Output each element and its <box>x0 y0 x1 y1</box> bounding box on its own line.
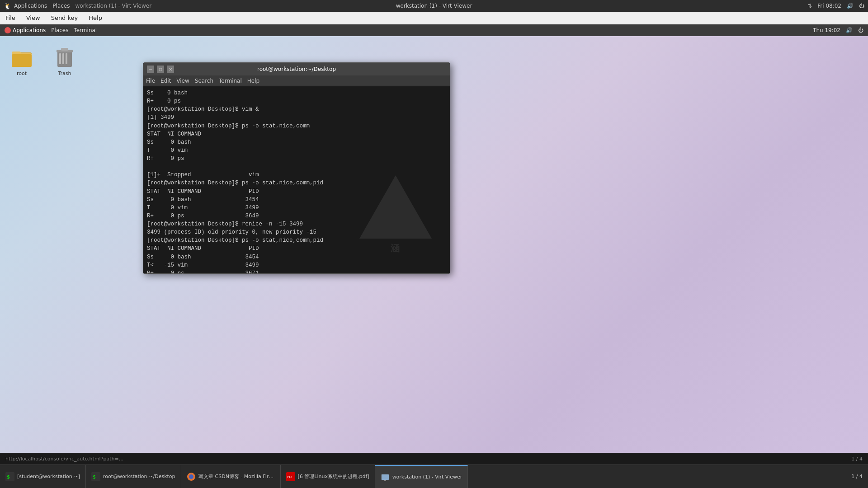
guest-topbar: Applications Places Terminal Thu 19:02 🔊… <box>0 24 868 36</box>
taskbar-item-label-5: workstation (1) - Virt Viewer <box>392 474 462 480</box>
guest-places-menu[interactable]: Places <box>51 27 68 33</box>
terminal-titlebar: ─ □ ✕ root@workstation:~/Desktop <box>143 63 450 75</box>
host-applications-menu[interactable]: Applications <box>14 3 47 9</box>
taskbar-item-virt-viewer[interactable]: workstation (1) - Virt Viewer <box>375 465 468 488</box>
taskbar-item-pdf[interactable]: PDF [6 管理Linux系统中的进程.pdf] <box>281 465 375 488</box>
taskbar-firefox-icon <box>187 472 196 481</box>
guest-topbar-right: Thu 19:02 🔊 ⏻ <box>813 27 863 33</box>
virt-view-menu[interactable]: View <box>24 14 42 22</box>
guest-power-icon: ⏻ <box>858 27 863 33</box>
terminal-maximize-button[interactable]: □ <box>157 66 164 73</box>
desktop-icon-trash[interactable]: Trash <box>52 45 77 78</box>
guest-applications-label[interactable]: Applications <box>13 27 46 33</box>
guest-sound-icon: 🔊 <box>846 27 853 33</box>
terminal-menubar: File Edit View Search Terminal Help <box>143 75 450 86</box>
svg-text:$: $ <box>7 474 10 480</box>
terminal-view-menu[interactable]: View <box>176 78 189 84</box>
terminal-search-menu[interactable]: Search <box>195 78 213 84</box>
svg-rect-19 <box>382 474 389 480</box>
taskbar-virt-icon <box>381 473 390 482</box>
guest-clock: Thu 19:02 <box>813 27 840 33</box>
trash-icon <box>54 47 75 69</box>
taskbar: $ [student@workstation:~] $ root@worksta… <box>0 465 868 488</box>
root-icon-label: root <box>17 70 27 76</box>
taskbar-page-indicator: 1 / 4 <box>851 474 863 479</box>
terminal-title-text: root@workstation:~/Desktop <box>257 66 336 72</box>
guest-terminal-menu[interactable]: Terminal <box>74 27 97 33</box>
taskbar-item-root-terminal[interactable]: $ root@workstation:~/Desktop <box>86 465 181 488</box>
guest-topbar-left: Applications Places Terminal <box>5 27 97 33</box>
host-datetime: Fri 08:02 <box>817 3 841 9</box>
svg-point-15 <box>189 474 193 479</box>
host-title-center: workstation (1) - Virt Viewer <box>396 3 472 9</box>
virt-statusbar-page: 1 / 4 <box>851 456 863 462</box>
taskbar-item-student-terminal[interactable]: $ [student@workstation:~] <box>0 465 86 488</box>
virt-sendkey-menu[interactable]: Send key <box>49 14 80 22</box>
virt-statusbar-url: http://localhost/console/vnc_auto.html?p… <box>5 456 123 462</box>
taskbar-terminal-icon-1: $ <box>5 472 14 481</box>
svg-rect-9 <box>61 48 68 51</box>
taskbar-pdf-icon: PDF <box>286 472 295 481</box>
terminal-body[interactable]: 涵 Ss 0 bash R+ 0 ps [root@workstation De… <box>143 86 450 273</box>
svg-rect-3 <box>12 54 32 67</box>
terminal-minimize-button[interactable]: ─ <box>147 66 154 73</box>
terminal-close-button[interactable]: ✕ <box>167 66 174 73</box>
virt-viewer-menubar-container: File View Send key Help Applications Pla… <box>0 12 868 36</box>
host-window-title: workstation (1) - Virt Viewer <box>75 3 151 9</box>
trash-icon-label: Trash <box>58 70 71 76</box>
terminal-terminal-menu[interactable]: Terminal <box>219 78 242 84</box>
terminal-edit-menu[interactable]: Edit <box>160 78 171 84</box>
terminal-window: ─ □ ✕ root@workstation:~/Desktop File Ed… <box>143 62 450 274</box>
svg-text:$: $ <box>93 474 96 480</box>
host-network-icon: ⇅ <box>807 3 812 9</box>
guest-applications-btn[interactable]: Applications <box>5 27 46 33</box>
svg-rect-20 <box>384 480 386 481</box>
host-places-menu[interactable]: Places <box>52 3 70 9</box>
taskbar-item-label-2: root@workstation:~/Desktop <box>103 474 175 479</box>
host-topbar-right: ⇅ Fri 08:02 🔊 ⏻ <box>807 3 864 9</box>
desktop: root Trash ─ □ ✕ root@workstation:~/Desk… <box>0 36 868 465</box>
taskbar-item-label-1: [student@workstation:~] <box>17 474 80 479</box>
virt-statusbar: http://localhost/console/vnc_auto.html?p… <box>0 453 868 465</box>
terminal-window-controls: ─ □ ✕ <box>147 66 174 73</box>
virt-file-menu[interactable]: File <box>4 14 17 22</box>
terminal-help-menu[interactable]: Help <box>247 78 259 84</box>
taskbar-left: $ [student@workstation:~] $ root@worksta… <box>0 465 468 488</box>
taskbar-right: 1 / 4 <box>851 474 868 479</box>
taskbar-item-label-4: [6 管理Linux系统中的进程.pdf] <box>298 473 369 480</box>
svg-rect-5 <box>59 53 61 64</box>
guest-apps-icon <box>5 27 11 33</box>
folder-icon <box>11 47 33 69</box>
virt-help-menu[interactable]: Help <box>87 14 104 22</box>
svg-rect-7 <box>66 53 67 64</box>
host-power-icon: ⏻ <box>859 3 864 9</box>
virt-viewer-menubar: File View Send key Help <box>0 12 868 24</box>
terminal-output: Ss 0 bash R+ 0 ps [root@workstation Desk… <box>147 89 446 273</box>
desktop-icon-root[interactable]: root <box>9 45 34 78</box>
taskbar-terminal-icon-2: $ <box>91 472 100 481</box>
taskbar-item-firefox[interactable]: 写文章-CSDN博客 - Mozilla Firefox <box>181 465 281 488</box>
taskbar-item-label-3: 写文章-CSDN博客 - Mozilla Firefox <box>198 473 275 480</box>
host-topbar-left: 🐧 Applications Places workstation (1) - … <box>4 2 151 9</box>
svg-text:PDF: PDF <box>287 475 293 479</box>
host-sound-icon: 🔊 <box>847 3 854 9</box>
host-topbar: 🐧 Applications Places workstation (1) - … <box>0 0 868 12</box>
terminal-file-menu[interactable]: File <box>146 78 155 84</box>
svg-rect-6 <box>62 53 64 64</box>
